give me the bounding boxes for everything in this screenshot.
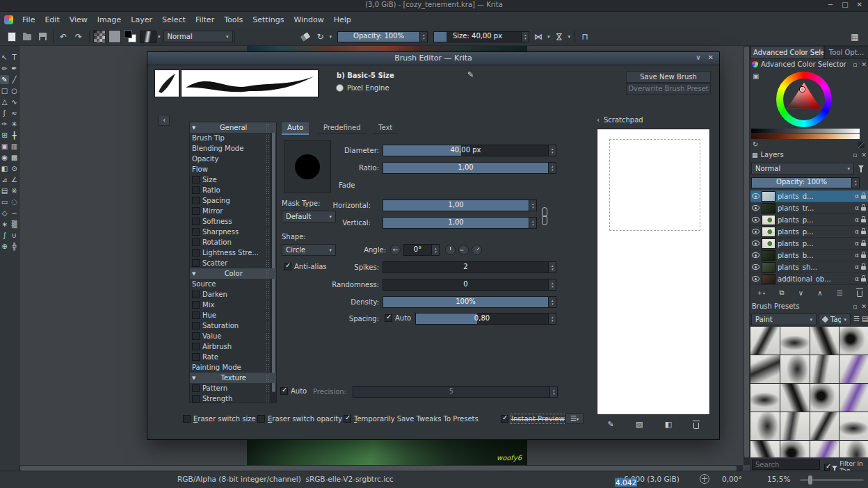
move-layer-down-icon[interactable]: ∨ xyxy=(798,289,803,297)
delete-layer-icon[interactable] xyxy=(857,291,862,297)
scratchpad-fill-gradient-icon[interactable]: ▧ xyxy=(636,420,643,429)
drag-grip-icon[interactable] xyxy=(266,270,270,277)
alpha-lock-icon[interactable]: α xyxy=(855,263,859,270)
layer-row[interactable]: plants_d... α xyxy=(750,190,868,202)
layer-blending-mode-select[interactable]: Normal ▾ xyxy=(751,163,854,174)
brush-option-row[interactable]: ▼ Scatter xyxy=(190,258,276,268)
dialog-titlebar[interactable]: Brush Editor — Krita ∨ ✕ xyxy=(147,52,719,65)
layer-visibility-icon[interactable] xyxy=(752,264,760,270)
brush-option-row[interactable]: ▼ Painting Mode xyxy=(190,362,276,373)
layer-row[interactable]: plants_b... α xyxy=(750,250,868,261)
brush-preset-thumbnail[interactable] xyxy=(810,327,839,355)
brush-preset-thumbnail[interactable] xyxy=(780,441,810,457)
drag-grip-icon[interactable] xyxy=(266,197,270,204)
brush-preset-thumbnail[interactable] xyxy=(839,355,868,383)
tool-reference-images[interactable]: ▤ xyxy=(0,186,9,195)
spacing-slider[interactable]: 0,80 ▴▾ xyxy=(415,313,556,325)
brush-preset-thumbnail[interactable] xyxy=(780,355,810,383)
tool-select-bezier[interactable]: ∫ xyxy=(0,231,9,240)
option-checkbox[interactable] xyxy=(192,207,200,215)
brush-option-row[interactable]: ▼ Texture xyxy=(190,373,276,383)
drag-grip-icon[interactable] xyxy=(266,186,270,194)
close-icon[interactable]: ✕ xyxy=(708,54,714,61)
alpha-lock-icon[interactable]: α xyxy=(855,228,859,235)
tool-select-polygonal[interactable]: ◇ xyxy=(0,209,9,218)
brush-option-row[interactable]: ▼ Pattern xyxy=(190,383,276,393)
undo-button[interactable]: ↶ xyxy=(57,31,70,43)
layer-visibility-icon[interactable] xyxy=(752,252,760,258)
tool-ellipse[interactable]: ○ xyxy=(10,86,19,95)
scratchpad-fill-background-icon[interactable]: ◧ xyxy=(665,420,672,429)
layer-lock-icon[interactable] xyxy=(861,243,866,246)
mirror-horizontal-button[interactable]: ⋈ xyxy=(532,31,545,43)
brush-preset-thumbnail[interactable] xyxy=(839,441,868,457)
tool-select-elliptical[interactable]: ◌ xyxy=(10,197,19,206)
save-new-brush-preset-button[interactable]: Save New Brush Preset... xyxy=(626,71,711,83)
blending-mode-select[interactable]: Normal ▾ xyxy=(163,31,233,42)
open-document-button[interactable] xyxy=(21,31,33,43)
drag-grip-icon[interactable] xyxy=(266,218,270,225)
tool-bezier-curve[interactable]: ʃ xyxy=(0,108,9,117)
layer-row[interactable]: plants_p... α xyxy=(750,214,868,226)
preset-grid-view-icon[interactable]: ▤ xyxy=(862,315,868,323)
brush-option-row[interactable]: ▼ Rotation xyxy=(190,237,276,247)
tool-crop[interactable]: ▣ xyxy=(0,142,9,151)
workspace-chooser-button[interactable]: ▦ xyxy=(849,31,861,43)
tool-enclose-fill[interactable]: ⊙ xyxy=(10,164,19,173)
size-slider[interactable]: Size: 40,00 px ▴▾ xyxy=(433,31,529,42)
tool-zoom[interactable]: ⊕ xyxy=(0,242,9,251)
menu-item-select[interactable]: Select xyxy=(157,15,191,24)
angle-field[interactable]: 0° ▴▾ xyxy=(403,244,440,256)
drag-grip-icon[interactable] xyxy=(266,311,270,319)
tool-transform[interactable]: ⊞ xyxy=(0,131,9,140)
spacing-spinner[interactable]: ▴▾ xyxy=(548,314,556,324)
brush-preset-thumbnail[interactable] xyxy=(839,327,868,355)
drag-grip-icon[interactable] xyxy=(266,301,270,309)
refresh-icon[interactable]: ↻ xyxy=(753,140,758,148)
eraser-switch-size-checkbox[interactable]: Eraser switch size xyxy=(183,415,256,423)
alpha-lock-icon[interactable]: α xyxy=(855,204,859,211)
layer-lock-icon[interactable] xyxy=(861,207,866,211)
new-document-button[interactable] xyxy=(6,31,18,43)
density-slider[interactable]: 100% ▴▾ xyxy=(383,296,556,308)
tool-measure[interactable]: ∠ xyxy=(10,175,19,184)
maximize-icon[interactable]: □ xyxy=(842,1,848,8)
brush-preset-thumbnail[interactable] xyxy=(810,355,839,383)
layer-visibility-icon[interactable] xyxy=(752,217,760,222)
brush-option-row[interactable]: ▼ Color xyxy=(190,268,276,279)
pattern-chooser-button[interactable] xyxy=(108,31,121,43)
drag-grip-icon[interactable] xyxy=(266,395,270,402)
layer-opacity-slider[interactable]: Opacity: 100% ▴▾ xyxy=(751,177,860,188)
fg-bg-color-button[interactable] xyxy=(124,30,137,43)
clear-history-icon[interactable] xyxy=(858,142,865,148)
layer-row[interactable]: additional_ob... α xyxy=(750,273,868,285)
search-input[interactable] xyxy=(752,459,820,470)
reload-preset-button[interactable]: ↻ xyxy=(314,31,327,43)
option-checkbox[interactable] xyxy=(192,353,200,361)
layer-properties-icon[interactable]: ☰ xyxy=(837,289,843,297)
layer-lock-icon[interactable] xyxy=(861,254,866,258)
tool-freehand-path[interactable]: ≈ xyxy=(10,108,19,117)
ratio-slider[interactable]: 1,00 ▴▾ xyxy=(383,162,556,174)
brush-option-row[interactable]: ▼ Opacity xyxy=(190,154,276,164)
option-checkbox[interactable] xyxy=(192,238,200,246)
link-fade-icon[interactable] xyxy=(541,206,548,227)
brush-preset-chooser-button[interactable] xyxy=(140,31,156,43)
overwrite-brush-preset-button[interactable]: Overwrite Brush Preset xyxy=(626,83,711,95)
brush-option-row[interactable]: ▼ Brush Tip xyxy=(190,133,276,143)
mask-type-select[interactable]: Default ▾ xyxy=(282,211,336,222)
value-gradient-strip[interactable] xyxy=(751,129,860,133)
layer-lock-icon[interactable] xyxy=(861,195,866,199)
tab-text[interactable]: Text xyxy=(373,122,398,134)
option-checkbox[interactable] xyxy=(192,301,200,309)
tool-move[interactable]: ╋ xyxy=(10,131,19,140)
add-layer-icon[interactable]: ＋▾ xyxy=(756,288,765,298)
tool-polyline[interactable]: ∿ xyxy=(10,97,19,106)
brush-preset-thumbnail[interactable] xyxy=(750,412,780,440)
float-docker-icon[interactable]: ▫ xyxy=(853,152,857,158)
option-checkbox[interactable] xyxy=(192,343,200,350)
spikes-spinner[interactable]: ▴▾ xyxy=(548,262,556,273)
instant-preview-checkbox[interactable]: Instant Preview xyxy=(501,415,565,423)
precision-spinner[interactable]: ▴▾ xyxy=(549,387,557,397)
layer-lock-icon[interactable] xyxy=(861,266,866,270)
